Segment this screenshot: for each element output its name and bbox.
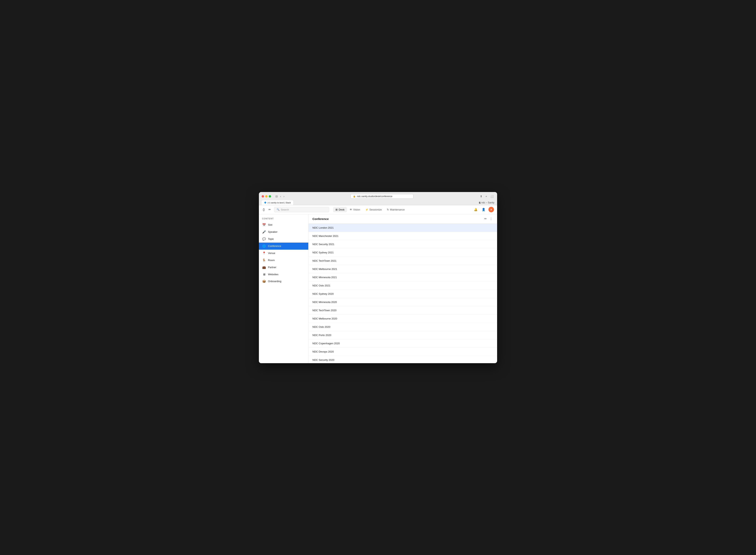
sidebar-item-label-room: Room bbox=[268, 259, 275, 262]
nav-right: 🔔 👤 A bbox=[473, 207, 494, 212]
top-nav: {} ✏ 🔍 Search ⊞ Desk 👁 Vision ⚡ bbox=[259, 205, 497, 214]
sidebar-item-conference[interactable]: 🌐 Conference bbox=[259, 243, 308, 250]
conference-list-item[interactable]: NDC Porto 2020 bbox=[309, 331, 497, 339]
content-edit-btn[interactable]: ✏ bbox=[484, 216, 487, 221]
sessionize-icon: ⚡ bbox=[365, 208, 368, 211]
forward-btn[interactable]: › bbox=[283, 195, 285, 198]
back-btn[interactable]: ‹ bbox=[280, 195, 282, 198]
conference-list-item[interactable]: NDC Oslo 2021 bbox=[309, 282, 497, 290]
slot-icon: 📅 bbox=[262, 223, 266, 227]
sidebar-item-speaker[interactable]: 🎤 Speaker bbox=[259, 228, 308, 236]
globe-icon: 🌐 bbox=[262, 244, 266, 248]
more-icon: ⋮ bbox=[490, 217, 492, 220]
new-tab-btn[interactable]: + bbox=[485, 195, 488, 198]
topic-icon: 💬 bbox=[262, 237, 266, 241]
tab-desk[interactable]: ⊞ Desk bbox=[333, 207, 347, 212]
address-bar-row: 🔒 ndc.sanity.studio/desk/conference bbox=[286, 194, 477, 199]
browser-window: ⊟ ‹ › 🔒 ndc.sanity.studio/desk/conferenc… bbox=[259, 192, 497, 363]
browser-tab-slack[interactable]: 🔷 (+) sanity-io-land | Slack bbox=[262, 200, 293, 205]
sidebar-item-slot[interactable]: 📅 Slot bbox=[259, 221, 308, 228]
websites-icon: 🖥 bbox=[262, 273, 266, 276]
sidebar: Content 📅 Slot 🎤 Speaker 💬 Topic 🌐 Confe… bbox=[259, 214, 309, 363]
sidebar-item-label-venue: Venue bbox=[268, 252, 275, 255]
tab-vision[interactable]: 👁 Vision bbox=[347, 207, 362, 212]
app-container: {} ✏ 🔍 Search ⊞ Desk 👁 Vision ⚡ bbox=[259, 205, 497, 363]
conference-list-item[interactable]: NDC Melbourne 2020 bbox=[309, 314, 497, 323]
browser-controls: ⊟ ‹ › bbox=[275, 195, 285, 198]
conference-list-item[interactable]: NDC Oslo 2020 bbox=[309, 323, 497, 331]
sidebar-item-label-conference: Conference bbox=[268, 245, 281, 248]
content-header-actions: ✏ ⋮ bbox=[484, 216, 493, 221]
avatar-initials: A bbox=[490, 208, 492, 211]
venue-icon: 📍 bbox=[262, 251, 266, 255]
user-icon: 👤 bbox=[482, 208, 485, 211]
sidebar-item-websites[interactable]: 🖥 Websites bbox=[259, 271, 308, 278]
tab-maintenance[interactable]: ↻ Maintenance bbox=[385, 207, 407, 212]
sidebar-item-venue[interactable]: 📍 Venue bbox=[259, 250, 308, 257]
search-placeholder: Search bbox=[281, 208, 289, 211]
notification-btn[interactable]: 🔔 bbox=[473, 207, 479, 212]
browser-chrome: ⊟ ‹ › 🔒 ndc.sanity.studio/desk/conferenc… bbox=[259, 192, 497, 205]
content-title: Conference bbox=[312, 217, 329, 220]
sidebar-item-topic[interactable]: 💬 Topic bbox=[259, 236, 308, 243]
sidebar-toggle-btn[interactable]: ⊟ bbox=[275, 195, 278, 198]
sidebar-item-label-slot: Slot bbox=[268, 223, 272, 226]
partner-icon: 💼 bbox=[262, 266, 266, 269]
bell-icon: 🔔 bbox=[474, 208, 478, 211]
vision-icon: 👁 bbox=[350, 208, 352, 211]
conference-list-item[interactable]: NDC Security 2021 bbox=[309, 240, 497, 249]
tab-bar: 🔷 (+) sanity-io-land | Slack S ndc – San… bbox=[262, 200, 494, 205]
tab-desk-label: Desk bbox=[339, 208, 345, 211]
sidebar-item-label-topic: Topic bbox=[268, 238, 274, 241]
lock-icon: 🔒 bbox=[353, 195, 356, 198]
conference-list-item[interactable]: NDC Minnesota 2020 bbox=[309, 298, 497, 306]
content-header: Conference ✏ ⋮ bbox=[309, 214, 497, 224]
edit-btn[interactable]: ✏ bbox=[268, 207, 272, 212]
sidebar-item-label-partner: Partner bbox=[268, 266, 276, 269]
search-icon: 🔍 bbox=[277, 208, 280, 211]
sidebar-item-onboarding[interactable]: 📦 Onboarding bbox=[259, 278, 308, 285]
tab-maintenance-label: Maintenance bbox=[390, 208, 405, 211]
browser-actions: ⬆ + ⬜ bbox=[479, 195, 494, 198]
title-bar: ⊟ ‹ › 🔒 ndc.sanity.studio/desk/conferenc… bbox=[262, 194, 494, 199]
sidebar-item-partner[interactable]: 💼 Partner bbox=[259, 264, 308, 271]
conference-list-item[interactable]: NDC Devops 2020 bbox=[309, 348, 497, 356]
onboarding-icon: 📦 bbox=[262, 280, 266, 283]
conference-list-item[interactable]: NDC Sydney 2020 bbox=[309, 290, 497, 298]
avatar[interactable]: A bbox=[488, 207, 494, 212]
conference-list-item[interactable]: NDC Security 2020 bbox=[309, 356, 497, 363]
tab-sessionize-label: Sessionize bbox=[369, 208, 382, 211]
conference-list-item[interactable]: NDC Minnesota 2021 bbox=[309, 273, 497, 282]
conference-list-item[interactable]: NDC Manchester 2021 bbox=[309, 232, 497, 240]
tab-sessionize[interactable]: ⚡ Sessionize bbox=[363, 207, 384, 212]
conference-list-item[interactable]: NDC TechTown 2021 bbox=[309, 257, 497, 265]
speaker-icon: 🎤 bbox=[262, 230, 266, 234]
content-panel: Conference ✏ ⋮ NDC London 2021NDC Manche… bbox=[309, 214, 497, 363]
search-bar[interactable]: 🔍 Search bbox=[274, 207, 329, 212]
close-button[interactable] bbox=[262, 195, 264, 198]
sanity-logo: S bbox=[479, 201, 481, 204]
content-more-btn[interactable]: ⋮ bbox=[489, 216, 493, 221]
maximize-button[interactable] bbox=[269, 195, 271, 198]
conference-list-item[interactable]: NDC TechTown 2020 bbox=[309, 306, 497, 314]
main-layout: Content 📅 Slot 🎤 Speaker 💬 Topic 🌐 Confe… bbox=[259, 214, 497, 363]
user-btn[interactable]: 👤 bbox=[481, 207, 486, 212]
traffic-lights bbox=[262, 195, 271, 198]
conference-list-item[interactable]: NDC Copenhagen 2020 bbox=[309, 339, 497, 348]
address-bar[interactable]: 🔒 ndc.sanity.studio/desk/conference bbox=[351, 194, 413, 199]
sanity-site-label: ndc – Sanity bbox=[481, 201, 494, 204]
conference-list-item[interactable]: NDC Melbourne 2021 bbox=[309, 265, 497, 273]
minimize-button[interactable] bbox=[265, 195, 268, 198]
tabs-btn[interactable]: ⬜ bbox=[489, 195, 494, 198]
pencil-icon: ✏ bbox=[269, 208, 271, 211]
nav-tabs: ⊞ Desk 👁 Vision ⚡ Sessionize ↻ Maintenan… bbox=[333, 207, 407, 212]
share-btn[interactable]: ⬆ bbox=[479, 195, 483, 198]
conference-list-item[interactable]: NDC London 2021 bbox=[309, 224, 497, 232]
sidebar-item-label-speaker: Speaker bbox=[268, 230, 277, 233]
browser-tab-label: (+) sanity-io-land | Slack bbox=[268, 202, 291, 204]
slack-favicon: 🔷 bbox=[264, 202, 266, 204]
json-editor-btn[interactable]: {} bbox=[262, 207, 265, 212]
sidebar-item-room[interactable]: 🪑 Room bbox=[259, 257, 308, 264]
conference-list-item[interactable]: NDC Sydney 2021 bbox=[309, 249, 497, 257]
sidebar-item-label-websites: Websites bbox=[268, 273, 278, 276]
